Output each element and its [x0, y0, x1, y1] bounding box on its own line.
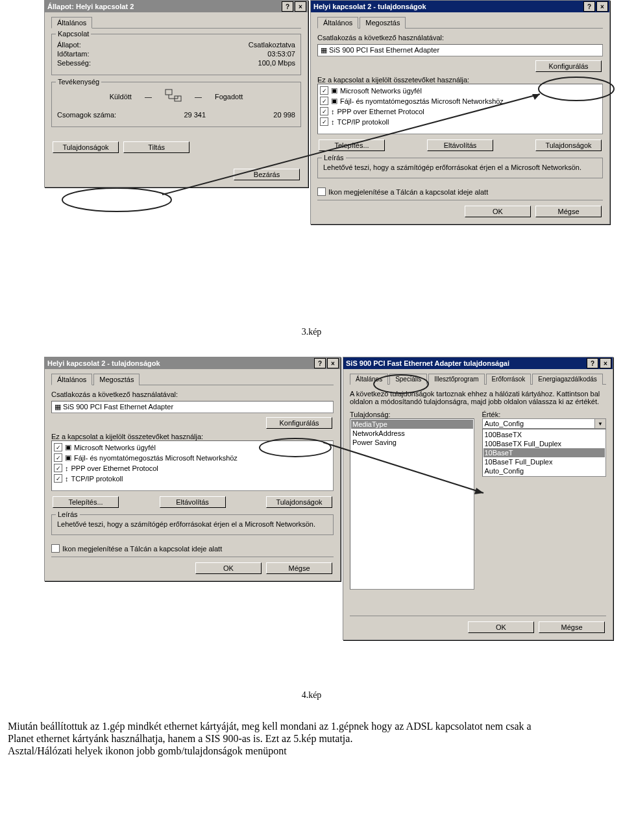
- uninstall-button[interactable]: Eltávolítás: [427, 139, 493, 151]
- tab-advanced[interactable]: Speciális: [389, 374, 427, 385]
- option-item[interactable]: Auto_Config: [483, 466, 605, 475]
- component-item[interactable]: Fájl- és nyomtatómegosztás Microsoft Net…: [74, 454, 238, 462]
- components-list[interactable]: ✓▣Microsoft Networks ügyfél ✓▣Fájl- és n…: [51, 440, 334, 491]
- checkbox-icon[interactable]: ✓: [320, 117, 328, 126]
- tray-icon-checkbox[interactable]: [317, 187, 326, 196]
- props-title: Helyi kapcsolat 2 - tulajdonságok: [46, 359, 313, 367]
- component-item[interactable]: PPP over Ethernet Protocol: [337, 108, 424, 115]
- tab-general[interactable]: Általános: [350, 374, 388, 385]
- component-props-button[interactable]: Tulajdonságok: [266, 496, 332, 508]
- checkbox-icon[interactable]: ✓: [54, 443, 62, 451]
- help-icon[interactable]: ?: [282, 1, 293, 12]
- activity-group: Tevékenység Küldött — — Fogadott Csomago…: [51, 82, 301, 127]
- label-sent: Küldött: [110, 93, 132, 101]
- ok-button[interactable]: OK: [465, 206, 531, 217]
- checkbox-icon[interactable]: ✓: [320, 97, 328, 105]
- checkbox-icon[interactable]: ✓: [320, 107, 328, 115]
- network-icon: [165, 89, 182, 104]
- cancel-button[interactable]: Mégse: [266, 562, 332, 574]
- close-button[interactable]: Bezárás: [234, 169, 300, 180]
- label-speed: Sebesség:: [57, 59, 91, 67]
- component-item[interactable]: Microsoft Networks ügyfél: [340, 87, 422, 95]
- disable-button[interactable]: Tiltás: [123, 141, 189, 153]
- option-item[interactable]: 10BaseT: [483, 448, 605, 457]
- ok-button[interactable]: OK: [195, 562, 262, 574]
- component-item[interactable]: TCP/IP protokoll: [337, 118, 389, 126]
- checkbox-icon[interactable]: ✓: [54, 474, 62, 483]
- label-value: Érték:: [482, 411, 607, 418]
- component-item[interactable]: TCP/IP protokoll: [71, 475, 123, 483]
- help-icon[interactable]: ?: [587, 358, 598, 368]
- dropdown-icon[interactable]: ▼: [594, 418, 606, 429]
- description-text: Lehetővé teszi, hogy a számítógép erőfor…: [57, 520, 328, 528]
- value-selected: Auto_Config: [482, 418, 595, 429]
- caption-3: 3.kép: [0, 327, 623, 337]
- close-icon[interactable]: ×: [600, 358, 611, 368]
- label-duration: Időtartam:: [57, 50, 90, 58]
- property-list[interactable]: MediaType NetworkAddress Power Saving: [350, 418, 474, 590]
- label-property: Tulajdonság:: [350, 411, 474, 418]
- tab-driver[interactable]: Illesztőprogram: [428, 374, 484, 385]
- adapter-name: SiS 900 PCI Fast Ethernet Adapter: [63, 403, 173, 411]
- option-item[interactable]: 100BaseTX: [483, 430, 605, 439]
- sis-tabs: Általános Speciális Illesztőprogram Erőf…: [350, 373, 606, 385]
- close-icon[interactable]: ×: [295, 1, 306, 12]
- value-combo[interactable]: Auto_Config ▼: [482, 418, 607, 429]
- component-icon: ↕: [65, 464, 69, 472]
- label-recv: Fogadott: [215, 93, 243, 101]
- properties-button[interactable]: Tulajdonságok: [53, 141, 119, 153]
- sis-description: A következő tulajdonságok tartoznak ehhe…: [350, 390, 606, 405]
- help-icon[interactable]: ?: [314, 358, 326, 368]
- tab-general[interactable]: Általános: [51, 374, 92, 385]
- description-title: Leírás: [322, 154, 346, 162]
- component-props-button[interactable]: Tulajdonságok: [535, 139, 602, 151]
- tab-sharing[interactable]: Megosztás: [93, 374, 140, 385]
- value-duration: 03:53:07: [267, 50, 295, 58]
- uninstall-button[interactable]: Eltávolítás: [160, 496, 226, 508]
- checkbox-icon[interactable]: ✓: [320, 86, 328, 95]
- property-item[interactable]: Power Saving: [351, 438, 473, 447]
- option-item[interactable]: 10BaseT Full_Duplex: [483, 457, 605, 466]
- label-items: Ez a kapcsolat a kijelölt összetevőket h…: [317, 76, 603, 84]
- checkbox-icon[interactable]: ✓: [54, 453, 62, 462]
- component-item[interactable]: Fájl- és nyomtatómegosztás Microsoft Net…: [340, 97, 504, 105]
- adapter-name: SiS 900 PCI Fast Ethernet Adapter: [329, 46, 439, 54]
- tab-power[interactable]: Energiagazdálkodás: [532, 374, 603, 385]
- option-item[interactable]: 100BaseTX Full_Duplex: [483, 439, 605, 448]
- close-icon[interactable]: ×: [327, 358, 339, 368]
- property-item[interactable]: MediaType: [351, 420, 473, 429]
- tab-general[interactable]: Általános: [51, 17, 92, 29]
- cancel-button[interactable]: Mégse: [539, 621, 605, 633]
- tab-general[interactable]: Általános: [317, 17, 358, 29]
- svg-rect-0: [165, 90, 172, 95]
- configure-button[interactable]: Konfigurálás: [266, 417, 332, 429]
- checkbox-icon[interactable]: ✓: [54, 464, 62, 472]
- property-item[interactable]: NetworkAddress: [351, 429, 473, 438]
- activity-group-title: Tevékenység: [56, 78, 101, 86]
- para-line: Planet ethernet kártyánk használhatja, h…: [8, 733, 352, 744]
- help-icon[interactable]: ?: [583, 1, 595, 12]
- props-titlebar: Helyi kapcsolat 2 - tulajdonságok ? ×: [45, 357, 340, 369]
- tray-icon-checkbox[interactable]: [51, 544, 60, 553]
- component-icon: ↕: [331, 118, 335, 126]
- value-speed: 100,0 Mbps: [258, 59, 295, 67]
- ok-button[interactable]: OK: [468, 621, 534, 633]
- sis-title: SiS 900 PCI Fast Ethernet Adapter tulajd…: [345, 359, 585, 367]
- install-button[interactable]: Telepítés...: [53, 496, 119, 508]
- value-options[interactable]: 100BaseTX 100BaseTX Full_Duplex 10BaseT …: [482, 429, 607, 477]
- component-item[interactable]: Microsoft Networks ügyfél: [74, 444, 156, 451]
- components-list[interactable]: ✓▣Microsoft Networks ügyfél ✓▣Fájl- és n…: [317, 84, 603, 134]
- label-packets: Csomagok száma:: [57, 111, 116, 119]
- configure-button[interactable]: Konfigurálás: [535, 60, 602, 72]
- tab-resources[interactable]: Erőforrások: [486, 374, 531, 385]
- tab-sharing[interactable]: Megosztás: [360, 17, 406, 29]
- install-button[interactable]: Telepítés...: [319, 139, 385, 151]
- component-icon: ▣: [331, 97, 337, 105]
- close-icon[interactable]: ×: [596, 1, 608, 12]
- value-sent: 29 341: [184, 111, 206, 119]
- label-connect-using: Csatlakozás a következő használatával:: [317, 34, 603, 42]
- props-tabs: Általános Megosztás: [317, 16, 603, 29]
- component-item[interactable]: PPP over Ethernet Protocol: [71, 464, 158, 472]
- cancel-button[interactable]: Mégse: [535, 206, 602, 217]
- props-tabs: Általános Megosztás: [51, 373, 334, 385]
